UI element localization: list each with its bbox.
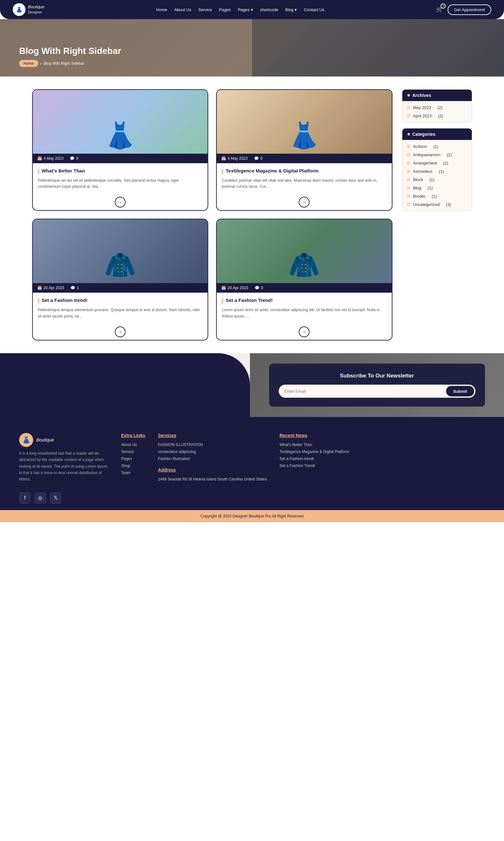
logo[interactable]: 👗 BoutiqueDesigner <box>13 3 44 16</box>
blog-card-meta-1: 📅 4 May 2023 💬 0 <box>33 154 208 163</box>
nav-pages-link[interactable]: Pages ▾ <box>238 7 253 12</box>
nav-home[interactable]: Home <box>156 7 167 12</box>
footer-social: f ◎ 𝕏 <box>19 492 485 510</box>
title-bar-3 <box>38 298 39 304</box>
category-item-1[interactable]: ✿ Antiquarianism (1) <box>407 152 467 157</box>
cat-icon-7: ✿ <box>407 202 411 207</box>
comments-4: 💬 0 <box>255 286 263 290</box>
sidebar: Archives ✿ May 2023 (2) ✿ April 2023 (2)… <box>402 89 472 340</box>
newsletter-email-input[interactable] <box>280 386 446 396</box>
extra-link-3[interactable]: Shop <box>121 464 145 468</box>
nav-contact[interactable]: Contact Us <box>304 7 324 12</box>
twitter-button[interactable]: 𝕏 <box>50 492 61 504</box>
navigation: 👗 BoutiqueDesigner Home About Us Service… <box>0 0 504 19</box>
services-title: Services <box>158 433 267 438</box>
blog-card-meta-3: 📅 20 Apr 2023 💬 1 <box>33 283 208 293</box>
categories-dot <box>408 133 410 136</box>
newsletter-section: Subscribe To Our Newsletter Submit <box>0 353 504 417</box>
blog-card-footer-3: → <box>33 323 208 340</box>
facebook-button[interactable]: f <box>19 492 31 504</box>
read-more-2[interactable]: → <box>299 197 309 208</box>
nav-pages[interactable]: Pages <box>219 7 231 12</box>
blog-card-footer-4: → <box>217 323 392 340</box>
category-item-2[interactable]: ✿ Arrangement (1) <box>407 160 467 165</box>
dress-icon-4: 🧥 <box>217 219 392 283</box>
comments-3: 💬 1 <box>70 286 79 290</box>
blog-card-image-1: 👗 <box>33 90 208 154</box>
date-1: 📅 4 May 2023 <box>37 156 64 161</box>
nav-service[interactable]: Service <box>198 7 212 12</box>
appointment-button[interactable]: Get Appointment <box>448 4 491 15</box>
nav-shortcode[interactable]: shortcode <box>260 7 278 12</box>
newsletter-title: Subscribe To Our Newsletter <box>278 372 475 379</box>
news-link-2[interactable]: Set a Fashion trend! <box>280 457 349 461</box>
read-more-4[interactable]: → <box>299 326 309 337</box>
cat-icon-6: ✿ <box>407 194 411 199</box>
extra-link-0[interactable]: About Us <box>121 443 145 447</box>
newsletter-footer-wrapper: Subscribe To Our Newsletter Submit 👗 Bou… <box>0 353 504 522</box>
read-more-3[interactable]: → <box>115 326 126 337</box>
categories-widget: Categories ✿ Aciform (1) ✿ Antiquarianis… <box>402 128 472 211</box>
archives-dot <box>408 94 410 96</box>
dress-icon-1: 👗 <box>33 90 208 154</box>
blog-card-excerpt-1: Pellentesque vel dui vel ex pellentesque… <box>38 178 203 190</box>
instagram-button[interactable]: ◎ <box>34 492 46 504</box>
archive-item-0[interactable]: ✿ May 2023 (2) <box>407 105 467 110</box>
archive-icon-0: ✿ <box>407 105 411 110</box>
archives-widget: Archives ✿ May 2023 (2) ✿ April 2023 (2) <box>402 89 472 122</box>
hero-title: Blog With Right Sidebar <box>19 46 121 56</box>
footer-brand: 👗 Boutique It is a long established fact… <box>19 433 108 483</box>
date-3: 📅 20 Apr 2023 <box>37 286 65 290</box>
cat-icon-1: ✿ <box>407 152 411 157</box>
blog-card-footer-1: → <box>33 193 208 210</box>
cart-button[interactable]: 🛒 0 <box>436 6 443 13</box>
comments-2: 💬 0 <box>254 156 263 161</box>
category-item-5[interactable]: ✿ Blog (1) <box>407 185 467 190</box>
cat-icon-0: ✿ <box>407 144 411 149</box>
extra-link-4[interactable]: Team <box>121 470 145 475</box>
title-bar-1 <box>38 169 39 174</box>
copyright-text: Copyright @ 2023 Designer Boutique Pro A… <box>19 514 485 518</box>
archive-item-1[interactable]: ✿ April 2023 (2) <box>407 113 467 118</box>
blog-card-3: 🧥 📅 20 Apr 2023 💬 1 Set a Fashion trend!… <box>32 219 209 340</box>
blog-card-footer-2: → <box>217 193 392 210</box>
blog-card-excerpt-3: Pellentesque tempus elementum posuere. Q… <box>38 307 203 319</box>
nav-about[interactable]: About Us <box>174 7 191 12</box>
categories-body: ✿ Aciform (1) ✿ Antiquarianism (1) ✿ Arr… <box>402 140 472 211</box>
blog-card-body-2: Textilegence Magazine & Digital Platform… <box>217 163 392 193</box>
category-item-7[interactable]: ✿ Uncategorized (3) <box>407 202 467 207</box>
date-4: 📅 20 Apr 2023 <box>221 286 248 290</box>
footer-recent-news: Recent News What's Better Than Textilege… <box>280 433 349 483</box>
blog-card-title-3: Set a Fashion trend! <box>38 298 203 304</box>
hero-section: Blog With Right Sidebar Home › Blog With… <box>0 19 504 76</box>
archives-body: ✿ May 2023 (2) ✿ April 2023 (2) <box>402 101 472 122</box>
service-item-1: consectetur adipiscing <box>158 449 267 454</box>
dress-icon-3: 🧥 <box>33 219 208 283</box>
breadcrumb-home[interactable]: Home <box>19 60 38 67</box>
cat-icon-5: ✿ <box>407 185 411 190</box>
nav-blog[interactable]: Blog ▾ <box>285 7 297 12</box>
blog-card-body-4: Set a Fashion Trend! Lorem ipsum dolor s… <box>217 293 392 322</box>
blog-grid: 👗 📅 4 May 2023 💬 0 What's Better Than Pe… <box>32 89 392 340</box>
blog-card-meta-2: 📅 4 May 2023 💬 0 <box>217 154 392 163</box>
category-item-4[interactable]: ✿ Block (1) <box>407 177 467 182</box>
service-item-0: FASHION ILLUSTRATION <box>158 443 267 447</box>
category-item-0[interactable]: ✿ Aciform (1) <box>407 144 467 149</box>
category-item-3[interactable]: ✿ Asmodeus (1) <box>407 169 467 174</box>
blog-card-title-2: Textilegence Magazine & Digital Platform <box>222 168 387 174</box>
footer-services: Services FASHION ILLUSTRATION consectetu… <box>158 433 267 483</box>
categories-title: Categories <box>402 128 472 140</box>
blog-card-body-3: Set a Fashion trend! Pellentesque tempus… <box>33 293 208 322</box>
newsletter-submit-button[interactable]: Submit <box>446 386 474 396</box>
news-link-0[interactable]: What's Better Than <box>280 443 349 447</box>
news-link-3[interactable]: Set a Fashion Trend! <box>280 464 349 468</box>
logo-text: BoutiqueDesigner <box>28 4 44 14</box>
blog-card-excerpt-2: Curabitur pulvinar vitae elit vitae sod … <box>222 178 387 190</box>
read-more-1[interactable]: → <box>115 197 126 208</box>
extra-link-1[interactable]: Service <box>121 449 145 454</box>
category-item-6[interactable]: ✿ Broder (1) <box>407 194 467 199</box>
news-link-1[interactable]: Textilegence Magazine & Digital Platform <box>280 449 349 454</box>
breadcrumb: Home › Blog With Right Sidebar <box>19 60 121 67</box>
newsletter-form: Submit <box>278 384 475 397</box>
extra-link-2[interactable]: Pages <box>121 457 145 461</box>
